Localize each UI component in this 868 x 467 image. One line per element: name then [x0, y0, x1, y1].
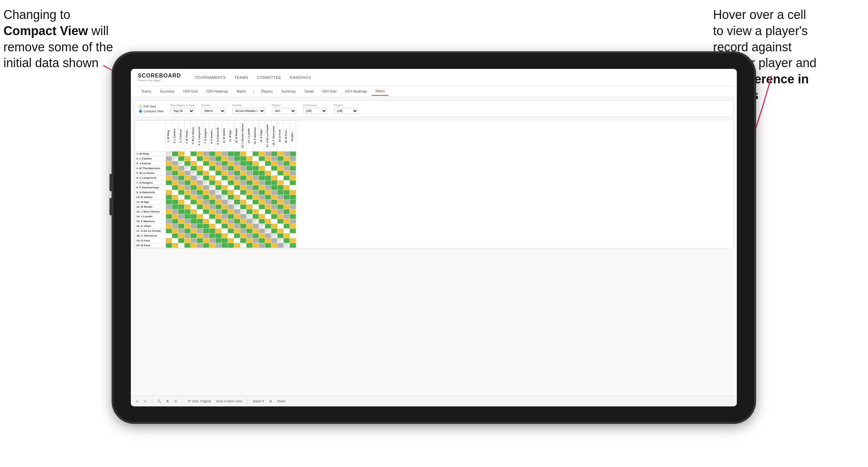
cell-7-5[interactable]	[191, 180, 197, 185]
cell-6-3[interactable]	[178, 176, 185, 180]
main-content[interactable]: Full View Compact View Max players in vi…	[131, 97, 737, 395]
cell-14-15[interactable]	[253, 214, 259, 219]
tab-detail[interactable]: Detail	[301, 87, 317, 95]
tab-h2h-heatmap[interactable]: H2H Heatmap	[203, 87, 231, 95]
view-original-btn[interactable]: 👁 View: Original	[188, 399, 211, 403]
cell-12-16[interactable]	[259, 205, 265, 209]
cell-5-11[interactable]	[228, 171, 234, 176]
cell-7-12[interactable]	[234, 180, 240, 185]
cell-4-6[interactable]	[197, 166, 203, 171]
cell-6-1[interactable]	[166, 176, 172, 180]
cell-16-20[interactable]	[284, 224, 290, 229]
cell-6-11[interactable]	[228, 176, 234, 180]
cell-1-2[interactable]	[172, 152, 178, 156]
cell-4-1[interactable]	[166, 166, 172, 171]
cell-4-2[interactable]	[172, 166, 178, 171]
cell-2-13[interactable]	[240, 156, 247, 161]
cell-8-8[interactable]	[209, 185, 216, 190]
cell-19-8[interactable]	[209, 238, 216, 243]
cell-8-19[interactable]	[278, 185, 284, 190]
cell-10-14[interactable]	[247, 195, 253, 200]
cell-12-9[interactable]	[216, 205, 222, 209]
cell-3-2[interactable]	[172, 161, 178, 166]
cell-8-11[interactable]	[228, 185, 234, 190]
cell-12-21[interactable]	[290, 205, 296, 209]
cell-19-15[interactable]	[253, 238, 259, 243]
cell-10-16[interactable]	[259, 195, 265, 200]
cell-3-9[interactable]	[216, 161, 222, 166]
cell-19-3[interactable]	[178, 238, 185, 243]
cell-15-9[interactable]	[216, 219, 222, 224]
cell-20-20[interactable]	[284, 243, 290, 248]
cell-2-1[interactable]	[166, 156, 172, 161]
cell-11-1[interactable]	[166, 200, 172, 205]
tab-h2h-grid2[interactable]: H2H Grid	[318, 87, 340, 95]
cell-15-15[interactable]	[253, 219, 259, 224]
cell-5-18[interactable]	[271, 171, 278, 176]
cell-8-2[interactable]	[172, 185, 178, 190]
cell-3-8[interactable]	[209, 161, 216, 166]
cell-17-21[interactable]	[290, 229, 296, 234]
cell-15-21[interactable]	[290, 219, 296, 224]
cell-11-3[interactable]	[178, 200, 185, 205]
cell-13-20[interactable]	[284, 209, 290, 214]
cell-8-17[interactable]	[265, 185, 271, 190]
cell-13-19[interactable]	[278, 209, 284, 214]
cell-14-2[interactable]	[172, 214, 178, 219]
cell-10-10[interactable]	[222, 195, 228, 200]
cell-1-1[interactable]	[166, 152, 172, 156]
cell-13-6[interactable]	[197, 209, 203, 214]
cell-11-4[interactable]	[185, 200, 191, 205]
cell-19-13[interactable]	[240, 238, 247, 243]
cell-5-17[interactable]	[265, 171, 271, 176]
cell-1-12[interactable]	[234, 152, 240, 156]
cell-18-13[interactable]	[240, 234, 247, 238]
cell-11-20[interactable]	[284, 200, 290, 205]
cell-15-20[interactable]	[284, 219, 290, 224]
cell-4-13[interactable]	[240, 166, 247, 171]
cell-4-9[interactable]	[216, 166, 222, 171]
cell-18-4[interactable]	[185, 234, 191, 238]
cell-2-12[interactable]	[234, 156, 240, 161]
cell-2-15[interactable]	[253, 156, 259, 161]
cell-12-20[interactable]	[284, 205, 290, 209]
cell-2-21[interactable]	[290, 156, 296, 161]
cell-6-18[interactable]	[271, 176, 278, 180]
cell-6-21[interactable]	[290, 176, 296, 180]
cell-16-15[interactable]	[253, 224, 259, 229]
cell-19-18[interactable]	[271, 238, 278, 243]
cell-1-20[interactable]	[284, 152, 290, 156]
cell-15-13[interactable]	[240, 219, 247, 224]
cell-12-19[interactable]	[278, 205, 284, 209]
cell-5-19[interactable]	[278, 171, 284, 176]
cell-20-2[interactable]	[172, 243, 178, 248]
filter-gender-select[interactable]: Men's	[201, 108, 226, 114]
cell-11-13[interactable]	[240, 200, 247, 205]
zoom-btn[interactable]: 🔍	[157, 399, 161, 403]
cell-12-8[interactable]	[209, 205, 216, 209]
cell-7-17[interactable]	[265, 180, 271, 185]
cell-14-3[interactable]	[178, 214, 185, 219]
cell-9-13[interactable]	[240, 190, 247, 195]
cell-7-16[interactable]	[259, 180, 265, 185]
cell-13-4[interactable]	[185, 209, 191, 214]
cell-1-6[interactable]	[197, 152, 203, 156]
cell-20-11[interactable]	[228, 243, 234, 248]
cell-16-10[interactable]	[222, 224, 228, 229]
cell-8-9[interactable]	[216, 185, 222, 190]
cell-15-3[interactable]	[178, 219, 185, 224]
cell-1-15[interactable]	[253, 152, 259, 156]
cell-15-8[interactable]	[209, 219, 216, 224]
cell-16-5[interactable]	[191, 224, 197, 229]
cell-5-9[interactable]	[216, 171, 222, 176]
cell-10-19[interactable]	[278, 195, 284, 200]
cell-13-14[interactable]	[247, 209, 253, 214]
cell-3-7[interactable]	[203, 161, 209, 166]
tab-teams[interactable]: Teams	[138, 87, 155, 95]
cell-1-3[interactable]	[178, 152, 185, 156]
cell-5-5[interactable]	[191, 171, 197, 176]
cell-5-10[interactable]	[222, 171, 228, 176]
cell-20-9[interactable]	[216, 243, 222, 248]
cell-18-1[interactable]	[166, 234, 172, 238]
cell-6-12[interactable]	[234, 176, 240, 180]
